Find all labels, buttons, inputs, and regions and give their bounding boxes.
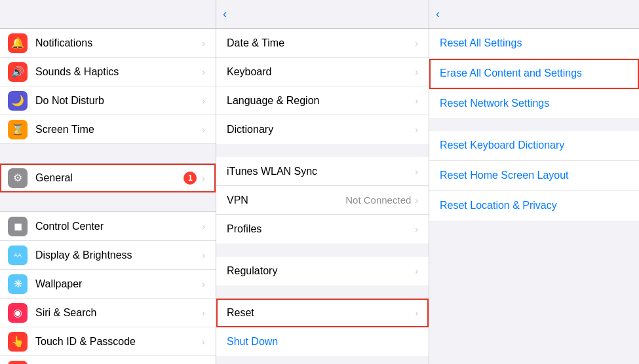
chevron-right-icon: ›: [202, 124, 205, 135]
chevron-right-icon: ›: [415, 38, 418, 48]
settings-list: 🔔Notifications›🔊Sounds & Haptics›🌙Do Not…: [0, 29, 216, 364]
donotdisturb-icon: 🌙: [8, 91, 28, 111]
chevron-right-icon: ›: [415, 266, 418, 276]
general-item-ituneswlan[interactable]: iTunes WLAN Sync›: [216, 157, 429, 186]
general-column: ‹ Date & Time›Keyboard›Language & Region…: [216, 0, 429, 364]
general-back-button[interactable]: ‹: [223, 7, 228, 21]
shutdown-label: Shut Down: [227, 336, 418, 348]
wallpaper-icon: ❋: [8, 274, 28, 294]
vpn-label: VPN: [227, 194, 345, 206]
general-item-datetime[interactable]: Date & Time›: [216, 29, 429, 58]
resetkeyboard-label: Reset Keyboard Dictionary: [440, 139, 564, 153]
datetime-label: Date & Time: [227, 37, 415, 49]
general-item-language[interactable]: Language & Region›: [216, 86, 429, 115]
chevron-right-icon: ›: [202, 67, 205, 77]
back-chevron-icon: ‹: [223, 7, 227, 21]
reset-nav-bar: ‹: [429, 0, 639, 29]
settings-column: 🔔Notifications›🔊Sounds & Haptics›🌙Do Not…: [0, 0, 216, 364]
settings-item-sounds[interactable]: 🔊Sounds & Haptics›: [0, 58, 216, 86]
chevron-right-icon: ›: [202, 38, 205, 48]
general-list: Date & Time›Keyboard›Language & Region›D…: [216, 29, 429, 364]
general-nav-bar: ‹: [216, 0, 429, 29]
general-item-vpn[interactable]: VPNNot Connected›: [216, 186, 429, 215]
chevron-right-icon: ›: [415, 195, 418, 206]
reset-label: Reset: [227, 307, 415, 319]
settings-item-controlcenter[interactable]: ◼Control Center›: [0, 212, 216, 241]
general-section-2: Regulatory›: [216, 257, 429, 285]
controlcenter-icon: ◼: [8, 217, 28, 236]
general-badge: 1: [184, 172, 197, 185]
resethome-label: Reset Home Screen Layout: [440, 169, 569, 183]
reset-section-1: Reset Keyboard DictionaryReset Home Scre…: [429, 131, 639, 220]
general-item-shutdown[interactable]: Shut Down: [216, 327, 429, 356]
resetall-label: Reset All Settings: [440, 37, 522, 50]
back-chevron-icon2: ‹: [436, 7, 440, 21]
emergency-icon: SOS: [8, 361, 28, 365]
settings-nav-bar: [0, 0, 216, 29]
chevron-right-icon: ›: [415, 224, 418, 234]
reset-back-button[interactable]: ‹: [436, 7, 441, 21]
touchid-icon: 👆: [8, 332, 28, 352]
settings-item-notifications[interactable]: 🔔Notifications›: [0, 29, 216, 58]
general-item-reset[interactable]: Reset›: [216, 299, 429, 327]
resetlocation-label: Reset Location & Privacy: [440, 199, 557, 213]
reset-item-resetlocation[interactable]: Reset Location & Privacy: [429, 191, 639, 221]
general-item-keyboard[interactable]: Keyboard›: [216, 58, 429, 86]
chevron-right-icon: ›: [415, 96, 418, 106]
chevron-right-icon: ›: [415, 124, 418, 135]
keyboard-label: Keyboard: [227, 66, 415, 78]
dictionary-label: Dictionary: [227, 124, 415, 136]
display-icon: AA: [8, 246, 28, 265]
chevron-right-icon: ›: [202, 308, 205, 318]
screentime-label: Screen Time: [35, 124, 202, 136]
controlcenter-label: Control Center: [35, 221, 202, 232]
notifications-icon: 🔔: [8, 33, 28, 53]
reset-item-eraseall[interactable]: Erase All Content and Settings: [429, 59, 639, 89]
wallpaper-label: Wallpaper: [35, 278, 202, 290]
chevron-right-icon: ›: [202, 337, 205, 347]
notifications-label: Notifications: [35, 37, 202, 49]
reset-item-resetkeyboard[interactable]: Reset Keyboard Dictionary: [429, 131, 639, 161]
reset-item-resetnetwork[interactable]: Reset Network Settings: [429, 89, 639, 118]
settings-section-main: 🔔Notifications›🔊Sounds & Haptics›🌙Do Not…: [0, 29, 216, 364]
siri-label: Siri & Search: [35, 307, 202, 319]
settings-item-general[interactable]: ⚙General1›: [0, 164, 216, 192]
settings-item-emergency[interactable]: SOSEmergency SOS›: [0, 356, 216, 364]
touchid-label: Touch ID & Passcode: [35, 336, 202, 348]
chevron-right-icon: ›: [415, 308, 418, 318]
chevron-right-icon: ›: [415, 67, 418, 77]
general-item-dictionary[interactable]: Dictionary›: [216, 115, 429, 144]
reset-section-0: Reset All SettingsErase All Content and …: [429, 29, 639, 118]
chevron-right-icon: ›: [202, 279, 205, 289]
settings-item-wallpaper[interactable]: ❋Wallpaper›: [0, 270, 216, 299]
vpn-value: Not Connected: [345, 194, 411, 206]
sounds-label: Sounds & Haptics: [35, 66, 202, 78]
general-section-3: Reset›Shut Down: [216, 299, 429, 356]
chevron-right-icon: ›: [202, 221, 205, 232]
language-label: Language & Region: [227, 95, 415, 107]
general-icon: ⚙: [8, 168, 28, 188]
chevron-right-icon: ›: [202, 173, 205, 183]
settings-item-screentime[interactable]: ⌛Screen Time›: [0, 115, 216, 144]
siri-icon: ◉: [8, 303, 28, 323]
general-item-regulatory[interactable]: Regulatory›: [216, 257, 429, 285]
settings-item-touchid[interactable]: 👆Touch ID & Passcode›: [0, 327, 216, 356]
display-label: Display & Brightness: [35, 249, 202, 261]
general-section-1: iTunes WLAN Sync›VPNNot Connected›Profil…: [216, 157, 429, 244]
general-item-profiles[interactable]: Profiles›: [216, 215, 429, 244]
ituneswlan-label: iTunes WLAN Sync: [227, 166, 415, 177]
reset-list: Reset All SettingsErase All Content and …: [429, 29, 639, 364]
reset-column: ‹ Reset All SettingsErase All Content an…: [429, 0, 639, 364]
general-label: General: [35, 172, 184, 184]
eraseall-label: Erase All Content and Settings: [440, 67, 582, 81]
settings-item-display[interactable]: AADisplay & Brightness›: [0, 241, 216, 270]
sounds-icon: 🔊: [8, 62, 28, 82]
resetnetwork-label: Reset Network Settings: [440, 97, 549, 111]
screentime-icon: ⌛: [8, 120, 28, 139]
settings-item-donotdisturb[interactable]: 🌙Do Not Disturb›: [0, 86, 216, 115]
settings-item-siri[interactable]: ◉Siri & Search›: [0, 299, 216, 327]
reset-item-resethome[interactable]: Reset Home Screen Layout: [429, 161, 639, 191]
regulatory-label: Regulatory: [227, 265, 415, 277]
chevron-right-icon: ›: [415, 166, 418, 177]
reset-item-resetall[interactable]: Reset All Settings: [429, 29, 639, 59]
